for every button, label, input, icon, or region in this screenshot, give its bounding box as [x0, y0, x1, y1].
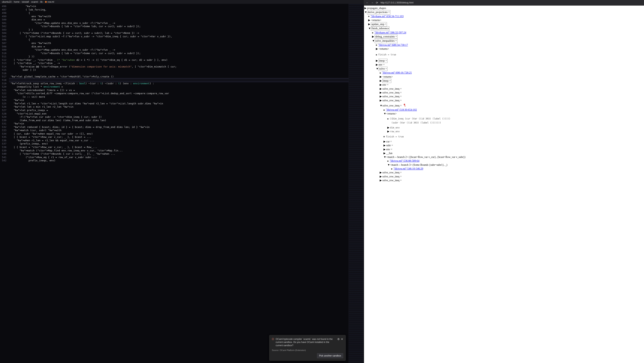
tree-node[interactable]: env =	[378, 63, 385, 66]
notification-toast: ⓧ OCaml bytecode compiler `ocamlc` was n…	[269, 335, 346, 361]
chevron-right-icon[interactable]: ▶	[380, 175, 382, 179]
source-link[interactable]: "lib/shape.ml":586:32-597:24	[374, 31, 406, 34]
tree-node[interactable]: <match -- branch 2> ({bcast=Row_var v_cu…	[386, 156, 466, 158]
chevron-down-icon[interactable]: ▼	[384, 155, 386, 159]
notification-source: Source: OCaml Platform (Extension)	[272, 349, 343, 351]
tree-node[interactable]: env =	[386, 148, 392, 151]
crumb-file[interactable]: row.ml	[48, 1, 54, 3]
tree-leaf: (subr (Var ((id 303) (label ()))))))	[390, 121, 441, 124]
close-icon[interactable]: ✕	[341, 337, 343, 341]
tree-node[interactable]: derive_projections =	[367, 10, 390, 14]
chevron-right-icon[interactable]: ▶	[387, 126, 390, 130]
chevron-right-icon[interactable]: ▶	[368, 18, 370, 22]
tree-node[interactable]: subr =	[386, 144, 393, 147]
url-bar[interactable]: http://127.0.0.1:3000/debug.html	[380, 1, 414, 4]
tree-leaf: ((Dim_ineq (cur (Var ((id 303) (label ()…	[390, 117, 450, 120]
chevron-right-icon[interactable]: ▶	[384, 140, 386, 144]
tree-leaf: finish = true	[378, 53, 396, 56]
tree-node[interactable]: cur =	[386, 140, 392, 143]
chevron-right-icon[interactable]: ▶	[380, 179, 382, 182]
chevron-down-icon[interactable]: ▼	[380, 104, 382, 108]
chevron-right-icon[interactable]: ▶	[376, 63, 378, 67]
chevron-right-icon[interactable]: ▶	[380, 83, 382, 87]
tree-node[interactable]: ineqs =	[382, 79, 391, 83]
chevron-right-icon[interactable]: ▶	[368, 22, 370, 26]
source-link[interactable]: "lib/row.ml":688:34-730:17	[378, 44, 408, 47]
tree-node[interactable]: <returns>	[382, 75, 393, 78]
source-link[interactable]: "lib/row.ml":518:30-654:102	[386, 108, 417, 111]
browser-toolbar: ← → ⟳ http://127.0.0.1:3000/debug.html	[364, 0, 644, 6]
tree-node[interactable]: solve_row_ineq =	[382, 95, 402, 98]
tree-node[interactable]: solve_row_ineq =	[382, 91, 402, 94]
source-link[interactable]: "lib/row.ml":546:10-546:29	[394, 167, 423, 170]
chevron-right-icon[interactable]: ▶	[384, 144, 386, 147]
pick-sandbox-button[interactable]: Pick another sandbox	[317, 353, 343, 358]
source-link[interactable]: "lib/shape.ml":658:34-711:103	[370, 15, 404, 18]
tree-node[interactable]: solve_inequalities =	[375, 39, 398, 43]
error-icon: ⓧ	[272, 337, 274, 341]
chevron-right-icon[interactable]: ▶	[387, 130, 390, 133]
chevron-right-icon[interactable]: ▶	[380, 75, 382, 79]
tree-node[interactable]: <match -- branch 3> (Some Bounds {subr=s…	[390, 163, 447, 166]
chevron-right-icon[interactable]: ▶	[384, 148, 386, 151]
chevron-down-icon[interactable]: ▼	[368, 27, 370, 30]
chevron-right-icon[interactable]: ▶	[380, 87, 382, 91]
tree-node[interactable]: solve_row_ineq =	[382, 99, 402, 102]
tree-node[interactable]: solve_row_ineq =	[382, 175, 402, 178]
chevron-right-icon[interactable]: ▶	[372, 35, 374, 39]
tree-node[interactable]: ineqs =	[378, 59, 388, 63]
breadcrumb: ubuntu23› home› lukstafi› ocannl› lib› ⬢…	[0, 0, 364, 4]
chevron-right-icon[interactable]: ▶	[380, 95, 382, 99]
code-content[interactable]: "kw">in ( lub_forcing, { env "kw">with d…	[9, 4, 348, 363]
crumb[interactable]: lukstafi	[22, 1, 29, 3]
gutter-line-numbers: 4964974984995005015025035045055065075085…	[0, 4, 9, 363]
minimap[interactable]	[348, 4, 364, 363]
debug-tree[interactable]: ▶propagate_shapes ▼derive_projections = …	[364, 6, 644, 363]
chevron-right-icon[interactable]: ▶	[380, 171, 382, 175]
crumb[interactable]: ocannl	[31, 1, 38, 3]
annotation-arrow-icon: ↙	[402, 103, 408, 108]
notification-message: OCaml bytecode compiler `ocamlc` was not…	[276, 337, 336, 347]
chevron-right-icon[interactable]: ▶	[380, 79, 382, 83]
tree-node[interactable]: row_env	[390, 130, 400, 133]
chevron-right-icon[interactable]: ▶	[376, 47, 378, 51]
crumb[interactable]: ubuntu23	[2, 1, 12, 3]
reload-icon[interactable]: ⟳	[376, 1, 378, 4]
tree-node[interactable]: solve_row_ineq =	[382, 104, 402, 107]
tree-node[interactable]: propagate_shapes	[367, 7, 386, 10]
tree-node[interactable]: solve =	[378, 67, 388, 71]
tree-node[interactable]: dim_env	[390, 126, 400, 129]
tree-node[interactable]: update_step =	[371, 22, 387, 26]
crumb[interactable]: lib	[40, 1, 42, 3]
source-link[interactable]: "lib/row.ml":690:16-728:25	[382, 71, 412, 74]
code-editor[interactable]: 4964974984995005015025035045055065075085…	[0, 4, 364, 363]
tree-leaf: finish = true	[386, 135, 404, 138]
tree-node[interactable]: env =	[382, 83, 388, 86]
file-icon: ⬢	[45, 1, 47, 3]
chevron-right-icon[interactable]: ▶	[376, 59, 378, 63]
tree-node[interactable]: <returns>	[378, 47, 389, 50]
tree-node[interactable]: <returns>	[371, 19, 382, 22]
chevron-down-icon[interactable]: ▼	[376, 67, 378, 71]
chevron-down-icon[interactable]: ▼	[364, 10, 367, 14]
chevron-down-icon[interactable]: ▼	[372, 39, 374, 43]
chevron-right-icon[interactable]: ▶	[380, 99, 382, 103]
crumb[interactable]: home	[14, 1, 20, 3]
gear-icon[interactable]: ⚙	[337, 337, 340, 341]
tree-node[interactable]: solve_row_ineq =	[382, 179, 402, 182]
tree-node[interactable]: debug_constraints =	[375, 35, 398, 39]
chevron-down-icon[interactable]: ▼	[387, 163, 390, 167]
tree-node[interactable]: <returns>	[386, 112, 397, 115]
back-icon[interactable]: ←	[366, 1, 368, 4]
source-link[interactable]: "lib/row.ml":536:88-589:64	[390, 159, 420, 162]
chevron-right-icon[interactable]: ▶	[380, 91, 382, 95]
tree-node[interactable]: solve_row_ineq =	[382, 171, 402, 174]
tree-node[interactable]: __fun	[386, 152, 392, 155]
chevron-right-icon[interactable]: ▶	[384, 151, 386, 155]
tree-node[interactable]: finish_inference	[371, 26, 390, 31]
chevron-down-icon[interactable]: ▼	[384, 112, 386, 116]
forward-icon[interactable]: →	[371, 1, 374, 4]
tree-node[interactable]: solve_row_ineq =	[382, 87, 402, 90]
chevron-right-icon[interactable]: ▶	[364, 6, 367, 10]
